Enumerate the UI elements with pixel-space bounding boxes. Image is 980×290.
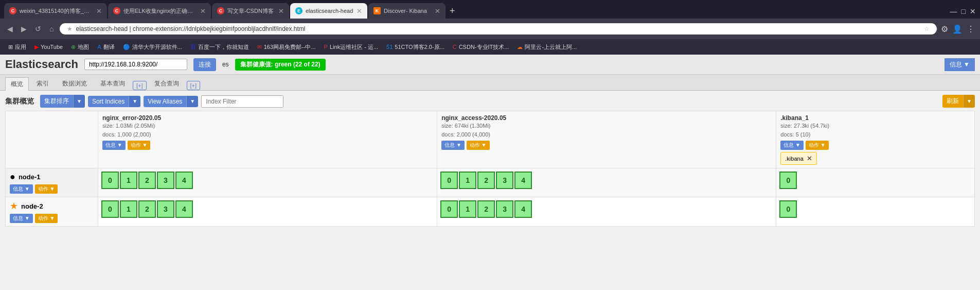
tab-indices[interactable]: 索引	[31, 77, 55, 90]
shard-n1-kb-0[interactable]: 0	[779, 172, 797, 189]
node-1-actions: 信息 ▼ 动作 ▼	[10, 184, 94, 194]
tab-csdn[interactable]: C 写文章-CSDN博客 ✕	[212, 3, 289, 19]
bookmark-youtube[interactable]: ▶ YouTube	[31, 43, 66, 52]
bookmark-tsinghua[interactable]: 🔵 清华大学开源软件...	[120, 42, 185, 52]
bookmark-163[interactable]: ✉ 163网易免费邮--中...	[254, 42, 319, 52]
index-action-btn-nginx-access[interactable]: 动作 ▼	[467, 141, 490, 150]
maximize-button[interactable]: □	[961, 7, 966, 15]
node-1-info-btn[interactable]: 信息 ▼	[10, 184, 33, 194]
home-button[interactable]: ⌂	[47, 24, 56, 34]
shard-n2-ne-3[interactable]: 3	[157, 200, 174, 218]
shard-n1-na-0[interactable]: 0	[440, 172, 458, 189]
minimize-button[interactable]: —	[950, 7, 957, 15]
bookmark-apps[interactable]: ⊞ 应用	[5, 42, 29, 52]
index-meta-kibana: size: 27.3ki (54.7ki) docs: 5 (10)	[780, 122, 970, 139]
shard-n1-ne-3[interactable]: 3	[157, 172, 174, 189]
shard-n1-na-2[interactable]: 2	[477, 172, 495, 189]
basic-query-plus[interactable]: [+]	[133, 81, 147, 90]
node-2-info-btn[interactable]: 信息 ▼	[10, 214, 33, 223]
node-1-action-btn[interactable]: 动作 ▼	[35, 184, 58, 194]
bookmark-translate[interactable]: A 翻译	[94, 42, 117, 52]
bookmark-csdn[interactable]: C CSDN-专业IT技术...	[450, 42, 512, 52]
shard-n1-ne-0[interactable]: 0	[101, 172, 119, 189]
sort-indices-dropdown-button[interactable]: ▼	[129, 96, 140, 107]
index-info-btn-nginx-error[interactable]: 信息 ▼	[102, 141, 126, 150]
index-size-nginx-access: size: 674ki (1.30Mi)	[441, 122, 772, 130]
alias-close-button[interactable]: ✕	[807, 155, 812, 162]
node-2-actions: 信息 ▼ 动作 ▼	[10, 214, 94, 223]
address-bar[interactable]: ★ elasticsearch-head | chrome-extension:…	[60, 23, 937, 35]
bookmark-aliyun[interactable]: ☁ 阿里云-上云就上阿...	[514, 42, 580, 52]
tab-overview[interactable]: 概览	[5, 77, 29, 91]
index-info-btn-kibana[interactable]: 信息 ▼	[780, 141, 804, 150]
bookmark-star-icon[interactable]: ☆	[924, 25, 930, 32]
shard-n2-na-0[interactable]: 0	[440, 200, 458, 218]
shard-n2-ne-0[interactable]: 0	[101, 200, 119, 218]
index-info-btn-nginx-access[interactable]: 信息 ▼	[441, 141, 465, 150]
tab-basic-query[interactable]: 基本查询	[95, 77, 131, 90]
shard-n2-na-3[interactable]: 3	[496, 200, 513, 218]
tab-es-head[interactable]: E elasticsearch-head ✕	[290, 3, 367, 19]
bookmark-51cto[interactable]: 51 51CTO博客2.0-原...	[383, 42, 448, 52]
view-aliases-dropdown-button[interactable]: ▼	[186, 96, 198, 107]
shard-n1-na-1[interactable]: 1	[459, 172, 476, 189]
tab-close-4[interactable]: ✕	[357, 7, 362, 15]
bookmark-link[interactable]: P Link运维社区 - 运...	[321, 42, 381, 52]
tab-weixin[interactable]: C weixin_43815140的博客_@下... ✕	[4, 3, 107, 19]
view-aliases-group: View Aliases ▼	[144, 96, 198, 107]
shard-n1-ne-4[interactable]: 4	[175, 172, 193, 189]
tab-close-3[interactable]: ✕	[278, 7, 284, 15]
new-tab-button[interactable]: +	[447, 3, 458, 19]
index-filter-input[interactable]	[201, 95, 283, 108]
index-header-kibana: .kibana_1 size: 27.3ki (54.7ki) docs: 5 …	[776, 111, 975, 168]
sort-indices-button[interactable]: Sort Indices	[88, 96, 129, 107]
shard-n2-na-2[interactable]: 2	[477, 200, 495, 218]
menu-icon[interactable]: ⋮	[967, 24, 975, 34]
connect-button[interactable]: 连接	[193, 58, 216, 71]
refresh-dropdown-button[interactable]: ▼	[963, 95, 975, 108]
tab-close-5[interactable]: ✕	[435, 7, 440, 15]
close-window-button[interactable]: ✕	[970, 7, 976, 15]
view-aliases-button[interactable]: View Aliases	[144, 96, 186, 107]
shard-n1-na-3[interactable]: 3	[496, 172, 513, 189]
shard-n1-ne-2[interactable]: 2	[138, 172, 156, 189]
cluster-sort-button[interactable]: 集群排序	[40, 95, 73, 108]
bookmark-baidu-label: 百度一下，你就知道	[198, 43, 249, 51]
bookmark-translate-label: 翻译	[103, 43, 115, 51]
tab-elk[interactable]: C 使用ELK收集nginx的正确和措... ✕	[108, 3, 211, 19]
bookmark-map[interactable]: ⊕ 地图	[68, 42, 92, 52]
refresh-button[interactable]: 刷新	[942, 95, 963, 108]
app-container: Elasticsearch 连接 es 集群健康值: green (22 of …	[0, 55, 980, 231]
reload-button[interactable]: ↺	[33, 24, 43, 34]
tab-close-1[interactable]: ✕	[96, 7, 102, 15]
node-2-action-btn[interactable]: 动作 ▼	[35, 214, 58, 223]
lock-icon: ★	[67, 25, 73, 32]
forward-button[interactable]: ▶	[19, 24, 29, 34]
shard-n2-kb-0[interactable]: 0	[779, 200, 797, 218]
tab-kibana[interactable]: K Discover- Kibana ✕	[368, 3, 446, 19]
url-input[interactable]	[84, 59, 187, 70]
tab-complex-query[interactable]: 复合查询	[149, 77, 185, 90]
complex-query-plus[interactable]: [+]	[187, 81, 201, 90]
shard-n2-ne-4[interactable]: 4	[175, 200, 193, 218]
cluster-sort-dropdown-button[interactable]: ▼	[73, 95, 85, 108]
shard-n1-ne-1[interactable]: 1	[120, 172, 137, 189]
shard-n2-ne-1[interactable]: 1	[120, 200, 137, 218]
extensions-icon[interactable]: ⚙	[941, 24, 948, 34]
back-button[interactable]: ◀	[5, 24, 15, 34]
shard-n2-ne-2[interactable]: 2	[138, 200, 156, 218]
shard-n1-na-4[interactable]: 4	[514, 172, 532, 189]
index-actions-kibana: 信息 ▼ 动作 ▼	[780, 141, 970, 150]
shard-n2-na-1[interactable]: 1	[459, 200, 476, 218]
node-1-nginx-error-shards: 0 1 2 3 4	[98, 168, 437, 197]
info-dropdown-button[interactable]: 信息 ▼	[945, 58, 975, 71]
tab-close-2[interactable]: ✕	[200, 7, 206, 15]
bookmark-baidu[interactable]: 百 百度一下，你就知道	[187, 42, 252, 52]
node-1-circle-icon: ●	[10, 172, 15, 182]
shard-n2-na-4[interactable]: 4	[514, 200, 532, 218]
index-meta-nginx-error: size: 1.03Mi (2.05Mi) docs: 1,000 (2,000…	[102, 122, 433, 139]
profile-icon[interactable]: 👤	[952, 24, 963, 34]
tab-data-browser[interactable]: 数据浏览	[57, 77, 93, 90]
index-action-btn-nginx-error[interactable]: 动作 ▼	[128, 141, 151, 150]
index-action-btn-kibana[interactable]: 动作 ▼	[806, 141, 829, 150]
